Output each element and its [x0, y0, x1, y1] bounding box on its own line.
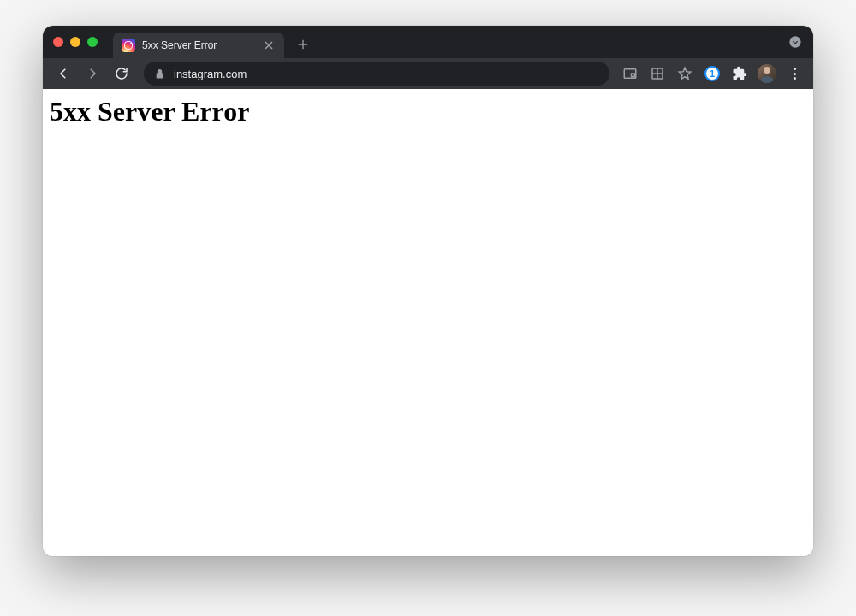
url-text: instagram.com	[174, 68, 599, 80]
window-close-button[interactable]	[53, 37, 63, 47]
browser-window: 5xx Server Error instagram.com	[43, 26, 813, 556]
tab-close-button[interactable]	[262, 38, 276, 52]
chevron-down-circle-icon[interactable]	[788, 34, 803, 50]
window-maximize-button[interactable]	[87, 37, 98, 47]
tab-strip: 5xx Server Error	[43, 26, 813, 58]
window-minimize-button[interactable]	[70, 37, 80, 47]
svg-rect-2	[632, 74, 635, 77]
new-tab-button[interactable]	[291, 33, 315, 56]
page-content: 5xx Server Error	[43, 89, 813, 556]
toolbar-right: 1	[620, 63, 805, 84]
browser-toolbar: instagram.com 1	[43, 58, 813, 89]
browser-tab[interactable]: 5xx Server Error	[113, 33, 284, 58]
bookmark-star-icon[interactable]	[675, 63, 695, 84]
back-button[interactable]	[51, 62, 75, 86]
cast-icon[interactable]	[620, 63, 640, 84]
grid-icon[interactable]	[647, 63, 668, 84]
error-heading: 5xx Server Error	[50, 96, 806, 127]
tab-title: 5xx Server Error	[142, 39, 255, 51]
window-controls	[53, 37, 98, 47]
svg-point-0	[789, 36, 800, 47]
extension-1password-icon[interactable]: 1	[702, 63, 722, 84]
chrome-menu-button[interactable]	[784, 63, 805, 84]
address-bar[interactable]: instagram.com	[144, 62, 609, 86]
instagram-favicon-icon	[122, 38, 135, 52]
lock-icon	[154, 68, 165, 80]
reload-button[interactable]	[110, 62, 134, 86]
extensions-puzzle-icon[interactable]	[729, 63, 750, 84]
profile-avatar[interactable]	[757, 63, 777, 84]
forward-button[interactable]	[80, 62, 104, 86]
